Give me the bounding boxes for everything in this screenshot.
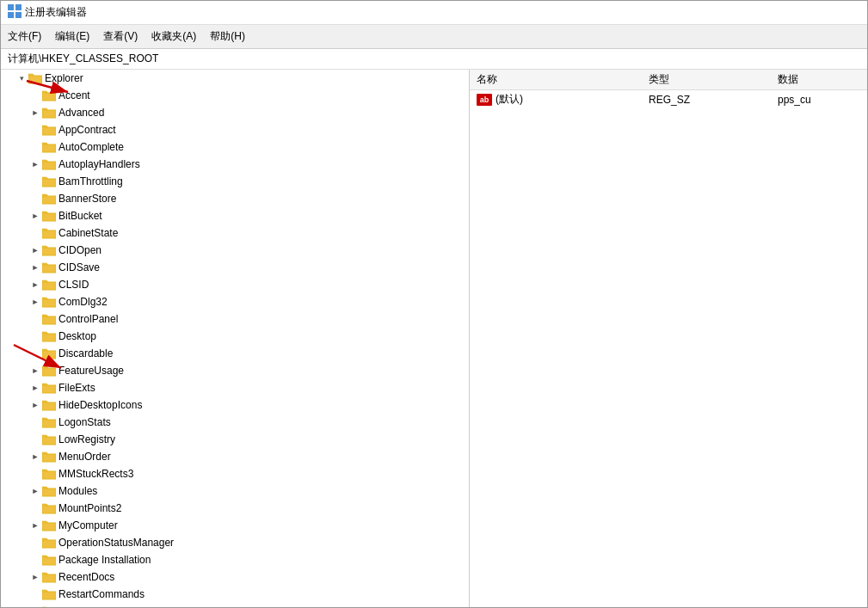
expander-mycomputer[interactable]: ► xyxy=(28,519,42,532)
tree-item-cidsave[interactable]: ► CIDSave xyxy=(1,259,469,276)
folder-icon-mycomputer xyxy=(42,519,56,531)
expander-cidsave[interactable]: ► xyxy=(28,261,42,274)
expander-bannerstore[interactable] xyxy=(28,192,42,206)
folder-icon-bamthrottling xyxy=(42,175,56,187)
folder-icon-appcontract xyxy=(42,124,56,136)
expander-bamthrottling[interactable] xyxy=(28,175,42,188)
menu-file[interactable]: 文件(F) xyxy=(1,27,48,46)
tree-item-modules[interactable]: ► Modules xyxy=(1,482,469,500)
expander-logonstats[interactable] xyxy=(28,415,42,429)
expander-bitbucket[interactable]: ► xyxy=(28,209,42,223)
expander-desktop[interactable] xyxy=(28,329,42,343)
folder-icon-packageinstallation xyxy=(42,554,56,566)
tree-label-menuorder: MenuOrder xyxy=(58,451,111,463)
expander-explorer[interactable]: ▾ xyxy=(15,71,28,85)
tree-label-restartcommands: RestartCommands xyxy=(58,588,145,600)
tree-label-bamthrottling: BamThrottling xyxy=(58,175,123,187)
svg-rect-2 xyxy=(8,12,14,18)
expander-advanced[interactable]: ► xyxy=(28,106,42,120)
expander-hidedesktopicons[interactable]: ► xyxy=(28,398,42,412)
expander-mmstuckrects3[interactable] xyxy=(28,467,42,481)
folder-icon-autoplayhandlers xyxy=(42,158,56,170)
expander-ribbon[interactable] xyxy=(28,605,42,607)
tree-item-hidedesktopicons[interactable]: ► HideDesktopIcons xyxy=(1,396,469,414)
expander-restartcommands[interactable] xyxy=(28,587,42,601)
tree-item-bitbucket[interactable]: ► BitBucket xyxy=(1,207,469,224)
tree-label-mmstuckrects3: MMStuckRects3 xyxy=(58,468,133,480)
folder-icon-advanced xyxy=(42,107,56,119)
menu-favorites[interactable]: 收藏夹(A) xyxy=(145,27,203,46)
expander-lowregistry[interactable] xyxy=(28,433,42,446)
tree-item-clsid[interactable]: ► CLSID xyxy=(1,276,469,293)
tree-label-accent: Accent xyxy=(58,89,90,101)
col-name: 名称 xyxy=(470,70,642,90)
tree-label-bannerstore: BannerStore xyxy=(58,193,116,205)
tree-item-restartcommands[interactable]: RestartCommands xyxy=(1,586,469,603)
tree-item-cidopen[interactable]: ► CIDOpen xyxy=(1,242,469,259)
expander-fileexts[interactable]: ► xyxy=(28,381,42,395)
tree-item-mmstuckrects3[interactable]: MMStuckRects3 xyxy=(1,465,469,482)
tree-label-mycomputer: MyComputer xyxy=(58,519,118,531)
expander-clsid[interactable]: ► xyxy=(28,278,42,292)
expander-mountpoints2[interactable] xyxy=(28,501,42,515)
breadcrumb-text: 计算机\HKEY_CLASSES_ROOT xyxy=(8,52,158,64)
tree-item-fileexts[interactable]: ► FileExts xyxy=(1,379,469,396)
expander-discardable[interactable] xyxy=(28,347,42,360)
tree-item-discardable[interactable]: Discardable xyxy=(1,345,469,362)
detail-row[interactable]: ab(默认)REG_SZpps_cu xyxy=(470,90,867,109)
tree-item-operationstatusmanager[interactable]: OperationStatusManager xyxy=(1,534,469,551)
folder-icon-bannerstore xyxy=(42,193,56,205)
tree-item-recentdocs[interactable]: ► RecentDocs xyxy=(1,568,469,586)
menu-edit[interactable]: 编辑(E) xyxy=(48,27,96,46)
detail-table: 名称 类型 数据 ab(默认)REG_SZpps_cu xyxy=(470,70,867,108)
tree-item-autoplayhandlers[interactable]: ► AutoplayHandlers xyxy=(1,156,469,173)
expander-modules[interactable]: ► xyxy=(28,484,42,498)
expander-cabinetstate[interactable] xyxy=(28,226,42,240)
tree-item-comdlg32[interactable]: ► ComDlg32 xyxy=(1,293,469,310)
tree-item-lowregistry[interactable]: LowRegistry xyxy=(1,431,469,448)
folder-icon-operationstatusmanager xyxy=(42,537,56,549)
tree-item-featureusage[interactable]: ► FeatureUsage xyxy=(1,362,469,379)
expander-cidopen[interactable]: ► xyxy=(28,243,42,257)
expander-recentdocs[interactable]: ► xyxy=(28,570,42,584)
tree-label-desktop: Desktop xyxy=(58,330,96,342)
tree-item-menuorder[interactable]: ► MenuOrder xyxy=(1,448,469,465)
expander-featureusage[interactable]: ► xyxy=(28,364,42,378)
title-bar: 注册表编辑器 xyxy=(1,1,867,25)
expander-autoplayhandlers[interactable]: ► xyxy=(28,157,42,171)
tree-item-bamthrottling[interactable]: BamThrottling xyxy=(1,173,469,190)
expander-operationstatusmanager[interactable] xyxy=(28,536,42,550)
tree-label-logonstats: LogonStats xyxy=(58,416,111,428)
tree-item-cabinetstate[interactable]: CabinetState xyxy=(1,224,469,242)
folder-icon-mmstuckrects3 xyxy=(42,468,56,480)
tree-item-mountpoints2[interactable]: MountPoints2 xyxy=(1,500,469,517)
tree-pane[interactable]: ▾ Explorer Accent► Advanced AppContract … xyxy=(1,70,470,607)
svg-rect-1 xyxy=(15,4,22,10)
expander-packageinstallation[interactable] xyxy=(28,553,42,567)
tree-item-accent[interactable]: Accent xyxy=(1,87,469,104)
tree-item-packageinstallation[interactable]: Package Installation xyxy=(1,551,469,568)
expander-autocomplete[interactable] xyxy=(28,140,42,154)
expander-comdlg32[interactable]: ► xyxy=(28,295,42,309)
expander-menuorder[interactable]: ► xyxy=(28,450,42,464)
tree-item-bannerstore[interactable]: BannerStore xyxy=(1,190,469,207)
tree-item-autocomplete[interactable]: AutoComplete xyxy=(1,138,469,156)
menu-help[interactable]: 帮助(H) xyxy=(203,27,252,46)
tree-item-ribbon[interactable]: Ribbon xyxy=(1,603,469,607)
tree-item-logonstats[interactable]: LogonStats xyxy=(1,414,469,431)
tree-item-mycomputer[interactable]: ► MyComputer xyxy=(1,517,469,534)
tree-label-appcontract: AppContract xyxy=(58,124,116,136)
expander-controlpanel[interactable] xyxy=(28,312,42,326)
tree-item-controlpanel[interactable]: ControlPanel xyxy=(1,310,469,328)
window-icon xyxy=(8,4,22,21)
expander-accent[interactable] xyxy=(28,89,42,102)
tree-item-appcontract[interactable]: AppContract xyxy=(1,121,469,138)
folder-icon-bitbucket xyxy=(42,210,56,222)
tree-item-desktop[interactable]: Desktop xyxy=(1,328,469,345)
folder-icon-comdlg32 xyxy=(42,296,56,308)
tree-item-explorer[interactable]: ▾ Explorer xyxy=(1,70,469,87)
menu-view[interactable]: 查看(V) xyxy=(96,27,145,46)
expander-appcontract[interactable] xyxy=(28,123,42,137)
tree-label-bitbucket: BitBucket xyxy=(58,210,102,222)
tree-item-advanced[interactable]: ► Advanced xyxy=(1,104,469,121)
